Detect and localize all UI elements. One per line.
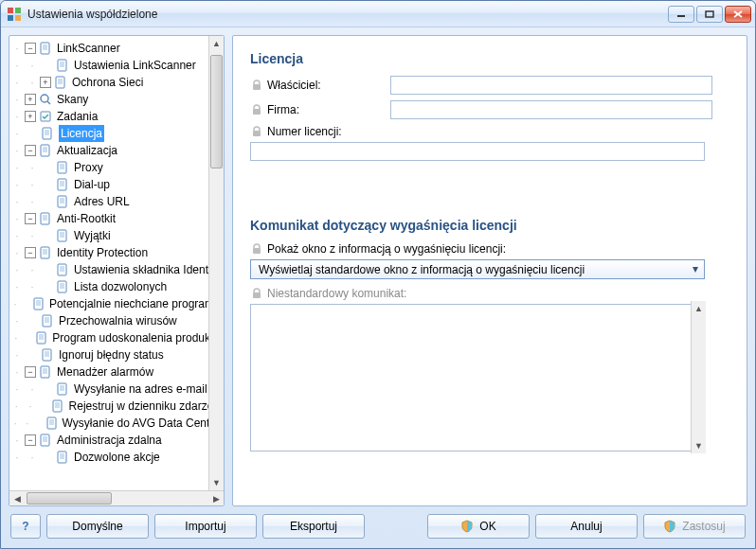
tree-item[interactable]: ·Licencja xyxy=(9,125,224,142)
tree-item[interactable]: ·−Menadżer alarmów xyxy=(9,363,224,381)
expiry-mode-select[interactable]: Wyświetlaj standardowe okno z informacją… xyxy=(250,259,705,279)
tree-expander-icon[interactable]: + xyxy=(25,94,36,105)
svg-rect-87 xyxy=(53,400,62,412)
content-panel: Licencja Właściciel: Firma: xyxy=(232,35,747,506)
tree-node-icon xyxy=(55,177,70,192)
tree-node-icon xyxy=(38,109,53,124)
tree-node-icon xyxy=(38,211,53,226)
import-button[interactable]: Importuj xyxy=(154,514,257,539)
lock-icon xyxy=(250,79,263,92)
tree-expander-icon[interactable]: − xyxy=(25,145,36,156)
tree-expander-icon[interactable]: − xyxy=(25,366,36,378)
tree-item[interactable]: ··Ustawienia LinkScanner xyxy=(9,57,224,74)
tree-item[interactable]: ··Wysyłanie na adres e-mail xyxy=(9,381,224,398)
tree-item-label: Dial-up xyxy=(74,176,110,193)
help-button[interactable]: ? xyxy=(10,514,41,539)
svg-rect-55 xyxy=(58,264,66,275)
scroll-up-arrow-icon[interactable]: ▲ xyxy=(209,36,224,51)
company-input[interactable] xyxy=(390,100,712,119)
tree-item[interactable]: ··+Ochrona Sieci xyxy=(9,74,224,91)
svg-rect-8 xyxy=(41,43,49,54)
tree-item[interactable]: ··Dozwolone akcje xyxy=(9,449,224,466)
tree-node-icon xyxy=(35,330,48,345)
tree-item[interactable]: ··Wyjątki xyxy=(9,227,224,244)
tree-item-label: Ustawienia składnika Identity xyxy=(74,261,220,278)
tree-node-icon xyxy=(38,92,53,107)
tree-item-label: Wyjątki xyxy=(74,227,111,244)
tree-item-label: Adres URL xyxy=(74,193,130,210)
tree-item[interactable]: ··Rejestruj w dzienniku zdarzeń xyxy=(9,398,224,415)
settings-window: Ustawienia współdzielone ·−LinkScanner··… xyxy=(0,0,756,549)
tree-item[interactable]: ·Program udoskonalenia produktu xyxy=(9,329,224,346)
export-button[interactable]: Eksportuj xyxy=(262,514,365,539)
tree-item[interactable]: ··Wysyłanie do AVG Data Center xyxy=(9,415,224,432)
cancel-button[interactable]: Anuluj xyxy=(535,514,638,539)
tree-node-icon xyxy=(53,75,68,90)
custom-message-textarea[interactable] xyxy=(250,304,705,452)
lock-icon xyxy=(250,125,263,138)
scroll-thumb[interactable] xyxy=(27,492,112,505)
svg-rect-63 xyxy=(34,298,43,310)
tree-item[interactable]: ·−LinkScanner xyxy=(9,40,224,57)
tree-item[interactable]: ··Lista dozwolonych xyxy=(9,278,224,295)
scroll-left-arrow-icon[interactable]: ◀ xyxy=(9,491,25,505)
svg-rect-107 xyxy=(253,292,261,298)
custom-message-label: Niestandardowy komunikat: xyxy=(267,287,406,300)
tree-expander-icon[interactable]: − xyxy=(25,213,36,224)
tree-item-label: Identity Protection xyxy=(57,244,148,261)
svg-rect-27 xyxy=(41,145,49,156)
tree-item[interactable]: ··Dial-up xyxy=(9,176,224,193)
tree-horizontal-scrollbar[interactable]: ◀ ▶ xyxy=(9,490,224,505)
svg-rect-106 xyxy=(253,248,261,254)
ok-button[interactable]: OK xyxy=(427,514,530,539)
tree-item[interactable]: ·Ignoruj błędny status xyxy=(9,346,224,363)
close-button[interactable] xyxy=(725,6,751,23)
tree-scroll[interactable]: ·−LinkScanner··Ustawienia LinkScanner··+… xyxy=(9,36,224,490)
apply-button[interactable]: Zastosuj xyxy=(643,514,746,539)
tree-item[interactable]: ·−Anti-Rootkit xyxy=(9,210,224,227)
tree-item[interactable]: ·−Administracja zdalna xyxy=(9,432,224,449)
svg-rect-43 xyxy=(41,213,49,224)
tree-expander-icon[interactable]: + xyxy=(25,111,36,122)
tree-item[interactable]: ·Potencjalnie niechciane programy xyxy=(9,295,224,312)
defaults-button[interactable]: Domyślne xyxy=(46,514,149,539)
scroll-down-arrow-icon[interactable]: ▼ xyxy=(692,438,706,453)
tree-node-icon xyxy=(38,143,53,158)
tree-item[interactable]: ··Proxy xyxy=(9,159,224,176)
tree-vertical-scrollbar[interactable]: ▲ ▼ xyxy=(208,36,224,490)
license-number-input[interactable] xyxy=(250,142,705,161)
scroll-thumb[interactable] xyxy=(210,55,223,168)
tree-item-label: Rejestruj w dzienniku zdarzeń xyxy=(69,398,220,415)
settings-tree[interactable]: ·−LinkScanner··Ustawienia LinkScanner··+… xyxy=(9,36,224,469)
tree-item[interactable]: ·+Skany xyxy=(9,91,224,108)
titlebar[interactable]: Ustawienia współdzielone xyxy=(1,1,755,27)
svg-rect-83 xyxy=(58,383,66,395)
tree-item[interactable]: ··Ustawienia składnika Identity xyxy=(9,261,224,278)
scroll-right-arrow-icon[interactable]: ▶ xyxy=(208,491,224,505)
license-number-label: Numer licencji: xyxy=(267,125,342,138)
tree-expander-icon[interactable]: − xyxy=(25,247,36,258)
tree-item[interactable]: ··Adres URL xyxy=(9,193,224,210)
owner-input[interactable] xyxy=(390,76,712,95)
tree-item-label: Ignoruj błędny status xyxy=(59,346,164,363)
scroll-up-arrow-icon[interactable]: ▲ xyxy=(692,301,706,316)
svg-rect-39 xyxy=(58,196,66,207)
tree-expander-icon[interactable]: + xyxy=(40,77,51,88)
tree-expander-icon[interactable]: − xyxy=(25,434,36,446)
textarea-vertical-scrollbar[interactable]: ▲ ▼ xyxy=(691,301,706,453)
window-title: Ustawienia współdzielone xyxy=(27,8,668,21)
svg-rect-91 xyxy=(47,417,56,429)
app-icon xyxy=(7,7,22,22)
tree-item-label: Ustawienia LinkScanner xyxy=(74,57,196,74)
tree-node-icon xyxy=(32,296,45,311)
shield-icon xyxy=(663,520,676,533)
tree-item[interactable]: ·−Identity Protection xyxy=(9,244,224,261)
tree-item-label: Anti-Rootkit xyxy=(57,210,116,227)
tree-item[interactable]: ·+Zadania xyxy=(9,108,224,125)
tree-item[interactable]: ·−Aktualizacja xyxy=(9,142,224,159)
tree-item[interactable]: ·Przechowalnia wirusów xyxy=(9,312,224,329)
maximize-button[interactable] xyxy=(696,6,723,23)
scroll-down-arrow-icon[interactable]: ▼ xyxy=(209,475,224,490)
tree-expander-icon[interactable]: − xyxy=(25,43,36,54)
minimize-button[interactable] xyxy=(668,6,694,23)
